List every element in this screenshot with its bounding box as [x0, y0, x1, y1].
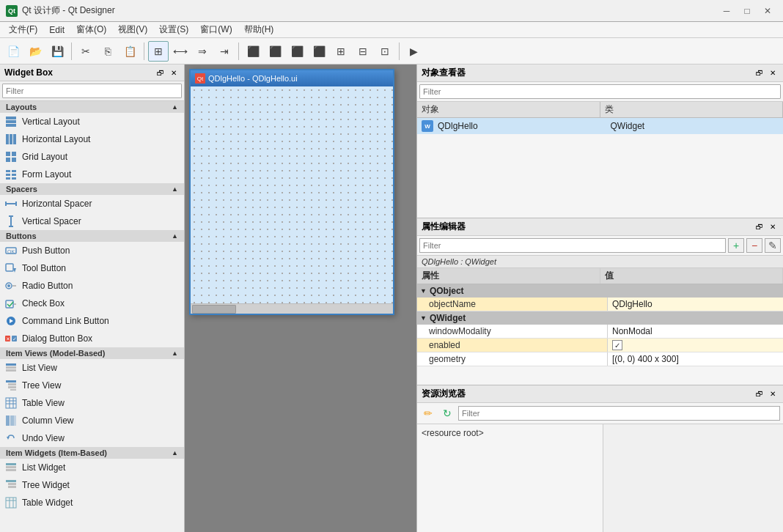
- category-item-views[interactable]: Item Views (Model-Based) ▲: [0, 347, 184, 359]
- prop-row-objectname[interactable]: objectName QDlgHello: [417, 298, 783, 311]
- res-refresh-btn[interactable]: ↻: [439, 405, 455, 421]
- center-area: Qt QDlgHello - QDlgHello.ui: [185, 64, 416, 532]
- widget-box-title: Widget Box: [4, 67, 53, 78]
- widget-box-controls[interactable]: 🗗 ✕: [155, 67, 180, 78]
- menu-window[interactable]: 窗口(W): [194, 22, 238, 37]
- res-edit-btn[interactable]: ✏: [420, 405, 436, 421]
- obj-inspector-controls[interactable]: 🗗 ✕: [754, 67, 779, 79]
- cut-button[interactable]: ✂: [76, 41, 96, 62]
- prop-add-button[interactable]: +: [728, 238, 744, 253]
- window-controls[interactable]: ─ □ ✕: [717, 4, 777, 18]
- prop-filter-input[interactable]: [419, 238, 726, 253]
- widget-item-push-button[interactable]: OK Push Button: [0, 242, 184, 259]
- widget-item-dialog-button-box[interactable]: ✕✓ Dialog Button Box: [0, 330, 184, 347]
- h-scroll-thumb[interactable]: [192, 305, 236, 314]
- widget-item-horizontal-layout[interactable]: Horizontal Layout: [0, 130, 184, 148]
- menu-file[interactable]: 文件(F): [3, 22, 43, 37]
- menu-form[interactable]: 窗体(O): [70, 22, 112, 37]
- obj-inspector-close[interactable]: ✕: [767, 67, 779, 79]
- layout-grid-btn[interactable]: ⊞: [331, 41, 351, 62]
- break-layout-btn[interactable]: ⊟: [353, 41, 373, 62]
- prop-row-geometry[interactable]: geometry [(0, 0) 400 x 300]: [417, 352, 783, 366]
- widget-item-grid-layout[interactable]: Grid Layout: [0, 148, 184, 166]
- signal-slot-btn[interactable]: ⟷: [170, 41, 191, 62]
- prop-row-windowmodality[interactable]: windowModality NonModal: [417, 325, 783, 339]
- resource-browser-close[interactable]: ✕: [767, 388, 779, 400]
- resource-browser-float[interactable]: 🗗: [754, 388, 765, 400]
- widget-item-form-layout[interactable]: Form Layout: [0, 166, 184, 183]
- obj-row-qdlghello[interactable]: W QDlgHello QWidget: [417, 118, 783, 134]
- prop-value-enabled[interactable]: ✓: [608, 339, 783, 352]
- tab-order-btn[interactable]: ⇥: [214, 41, 235, 62]
- res-tree-root[interactable]: <resource root>: [420, 427, 600, 439]
- form-window[interactable]: Qt QDlgHello - QDlgHello.ui: [189, 69, 394, 315]
- prop-group-qobject[interactable]: ▼ QObject: [417, 284, 783, 298]
- preview-btn[interactable]: ▶: [403, 41, 424, 62]
- prop-remove-button[interactable]: −: [746, 238, 762, 253]
- layout-v-btn[interactable]: ⬛: [265, 41, 285, 62]
- prop-row-enabled[interactable]: enabled ✓: [417, 339, 783, 352]
- layout-h-btn[interactable]: ⬛: [243, 41, 263, 62]
- widget-item-tree-widget[interactable]: Tree Widget: [0, 476, 184, 494]
- menu-help[interactable]: 帮助(H): [238, 22, 280, 37]
- category-layouts[interactable]: Layouts ▲: [0, 101, 184, 113]
- widget-editor-btn[interactable]: ⊞: [148, 41, 169, 62]
- obj-filter-input[interactable]: [419, 84, 781, 99]
- paste-button[interactable]: 📋: [120, 41, 140, 62]
- prop-value-geometry[interactable]: [(0, 0) 400 x 300]: [608, 352, 783, 366]
- save-button[interactable]: 💾: [47, 41, 67, 62]
- widget-item-horizontal-spacer[interactable]: Horizontal Spacer: [0, 195, 184, 213]
- prop-editor-close[interactable]: ✕: [767, 221, 779, 233]
- prop-value-windowmodality[interactable]: NonModal: [608, 325, 783, 338]
- prop-value-objectname[interactable]: QDlgHello: [608, 298, 783, 311]
- widget-item-list-view[interactable]: List View: [0, 359, 184, 377]
- prop-table-header: 属性 值: [417, 268, 783, 284]
- open-button[interactable]: 📂: [25, 41, 45, 62]
- widget-item-check-box[interactable]: Check Box: [0, 295, 184, 312]
- toolbar-separator-4: [399, 43, 400, 60]
- widget-item-radio-button[interactable]: Radio Button: [0, 277, 184, 295]
- maximize-button[interactable]: □: [738, 4, 757, 18]
- category-buttons[interactable]: Buttons ▲: [0, 230, 184, 242]
- widget-item-list-widget[interactable]: List Widget: [0, 459, 184, 476]
- adjust-size-btn[interactable]: ⊡: [375, 41, 395, 62]
- category-spacers[interactable]: Spacers ▲: [0, 183, 184, 195]
- widget-item-vertical-layout[interactable]: Vertical Layout: [0, 113, 184, 130]
- layout-f-btn[interactable]: ⬛: [309, 41, 329, 62]
- prop-group-qwidget[interactable]: ▼ QWidget: [417, 311, 783, 325]
- horizontal-layout-label: Horizontal Layout: [22, 134, 90, 144]
- widget-item-command-link-button[interactable]: Command Link Button: [0, 312, 184, 330]
- prop-checkbox-enabled[interactable]: ✓: [612, 340, 622, 350]
- widget-box-filter-input[interactable]: [2, 84, 182, 98]
- widget-item-column-view[interactable]: Column View: [0, 412, 184, 429]
- minimize-button[interactable]: ─: [717, 4, 736, 18]
- h-scrollbar[interactable]: [191, 303, 393, 314]
- close-button[interactable]: ✕: [758, 4, 777, 18]
- resource-browser-controls[interactable]: 🗗 ✕: [754, 388, 779, 400]
- form-content[interactable]: [191, 86, 393, 303]
- menu-settings[interactable]: 设置(S): [153, 22, 194, 37]
- category-item-widgets[interactable]: Item Widgets (Item-Based) ▲: [0, 447, 184, 459]
- menu-edit[interactable]: Edit: [43, 23, 70, 37]
- copy-button[interactable]: ⎘: [98, 41, 118, 62]
- svg-text:✓: ✓: [12, 336, 17, 341]
- obj-inspector-float[interactable]: 🗗: [754, 67, 765, 79]
- buddy-btn[interactable]: ⇒: [192, 41, 213, 62]
- widget-item-tree-view[interactable]: Tree View: [0, 377, 184, 394]
- res-filter-input[interactable]: [458, 406, 780, 421]
- widget-item-vertical-spacer[interactable]: Vertical Spacer: [0, 213, 184, 230]
- widget-item-table-widget[interactable]: Table Widget: [0, 494, 184, 511]
- prop-editor-controls[interactable]: 🗗 ✕: [754, 221, 779, 233]
- layout-g-btn[interactable]: ⬛: [287, 41, 307, 62]
- prop-edit-button[interactable]: ✎: [765, 238, 781, 253]
- widget-box-close[interactable]: ✕: [168, 67, 180, 78]
- menu-view[interactable]: 视图(V): [112, 22, 153, 37]
- prop-editor-float[interactable]: 🗗: [754, 221, 765, 233]
- svg-rect-41: [8, 383, 16, 385]
- widget-box-float[interactable]: 🗗: [155, 67, 166, 78]
- widget-item-table-view[interactable]: Table View: [0, 394, 184, 412]
- widget-item-tool-button[interactable]: Tool Button: [0, 259, 184, 277]
- widget-item-undo-view[interactable]: Undo View: [0, 429, 184, 447]
- new-button[interactable]: 📄: [3, 41, 23, 62]
- undo-view-label: Undo View: [22, 433, 65, 443]
